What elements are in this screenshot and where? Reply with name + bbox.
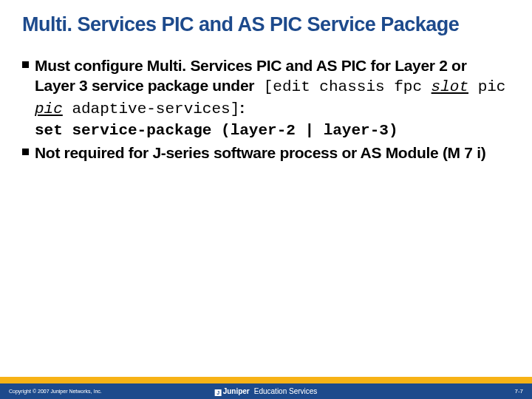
- bullet-icon: [22, 61, 29, 68]
- slide-footer: Copyright © 2007 Juniper Networks, Inc. …: [0, 377, 532, 399]
- bullet-item: Not required for J-series software proce…: [22, 143, 510, 163]
- slide-title: Multi. Services PIC and AS PIC Service P…: [0, 0, 532, 42]
- bullet-text: Not required for J-series software proce…: [35, 143, 510, 163]
- footer-brand: J Juniper Education Services: [215, 387, 318, 395]
- page-number: 7-7: [514, 388, 523, 395]
- copyright-text: Copyright © 2007 Juniper Networks, Inc.: [0, 389, 102, 394]
- accent-bar: [0, 377, 532, 383]
- juniper-logo-icon: J Juniper: [215, 387, 250, 395]
- bullet-icon: [22, 149, 29, 155]
- slide-content: Must configure Multi. Services PIC and A…: [0, 42, 532, 163]
- education-services-label: Education Services: [254, 387, 318, 395]
- bullet-text: Must configure Multi. Services PIC and A…: [35, 55, 510, 140]
- footer-bar: Copyright © 2007 Juniper Networks, Inc. …: [0, 383, 532, 399]
- bullet-item: Must configure Multi. Services PIC and A…: [22, 55, 510, 140]
